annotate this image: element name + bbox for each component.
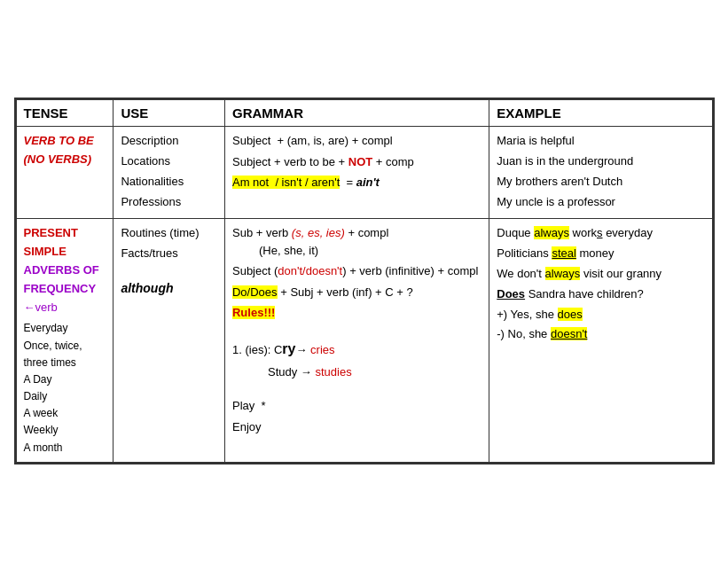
use-nationalities: Nationalities xyxy=(121,173,217,191)
freq-amonth: A month xyxy=(24,440,106,457)
table-row: VERB TO BE(NO VERBS) Description Locatio… xyxy=(16,127,712,219)
example-verb-to-be: Maria is helpful Juan is in the undergro… xyxy=(489,127,712,219)
freq-three: three times xyxy=(24,355,106,371)
example-yes: +) Yes, she does xyxy=(497,306,704,324)
verb-to-be-label: VERB TO BE(NO VERBS) xyxy=(24,134,94,166)
dodoes-highlight: Do/Does xyxy=(232,285,278,299)
grammar-present-simple: Sub + verb (s, es, ies) + compl (He, she… xyxy=(224,219,489,462)
not-label: NOT xyxy=(348,155,372,168)
adverbs-label: ADVERBS OFFREQUENCY xyxy=(24,261,106,299)
example-does-sandra: Does Sandra have children? xyxy=(497,285,704,304)
present-simple-label: PRESENTSIMPLE xyxy=(24,224,106,261)
grammar-ies-rule: 1. (ies): Cry→ cries xyxy=(232,339,481,360)
grammar-ps-1: Sub + verb (s, es, ies) + compl (He, she… xyxy=(232,224,481,259)
header-example: EXAMPLE xyxy=(489,100,712,127)
header-use: USE xyxy=(114,100,225,127)
steal-highlight: steal xyxy=(552,246,575,260)
example-politicians: Politicians steal money xyxy=(497,245,704,263)
freq-weekly: Weekly xyxy=(24,422,106,439)
grammar-verb-to-be: Subject + (am, is, are) + compl Subject … xyxy=(224,127,489,219)
use-although: although xyxy=(121,278,217,298)
grammar-rule-1: Subject + (am, is, are) + compl xyxy=(232,132,481,150)
tense-verb-to-be: VERB TO BE(NO VERBS) xyxy=(16,127,114,219)
freq-everyday: Everyday xyxy=(24,320,106,337)
example-duque: Duque always works everyday xyxy=(497,224,704,243)
arrow-verb-label: ←verb xyxy=(24,299,106,317)
freq-once: Once, twice, xyxy=(24,338,106,355)
grammar-play: Play * xyxy=(232,397,481,415)
does-yes-highlight: does xyxy=(558,308,583,321)
rules-label: Rules!!! xyxy=(232,306,275,319)
header-tense: TENSE xyxy=(16,100,114,127)
grammar-rule-2: Subject + verb to be + NOT + comp xyxy=(232,153,481,171)
example-juan: Juan is in the underground xyxy=(497,152,704,171)
header-grammar: GRAMMAR xyxy=(224,100,489,127)
use-description: Description xyxy=(121,132,217,151)
cry-big: ry xyxy=(282,341,295,356)
use-facts: Facts/trues xyxy=(121,245,217,263)
grammar-ps-2: Subject (don't/doesn't) + verb (infiniti… xyxy=(232,262,481,280)
example-maria: Maria is helpful xyxy=(497,132,704,151)
grammar-study-rule: Study → studies xyxy=(232,363,481,381)
example-present-simple: Duque always works everyday Politicians … xyxy=(489,219,712,462)
use-professions: Professions xyxy=(121,193,217,212)
doesnt-highlight: doesn't xyxy=(551,327,588,340)
tense-present-simple: PRESENTSIMPLE ADVERBS OFFREQUENCY ←verb … xyxy=(16,219,114,462)
use-present-simple: Routines (time) Facts/trues although xyxy=(114,219,225,462)
dontdoesnt: don't/doesn't xyxy=(278,264,342,277)
studies-label: studies xyxy=(315,365,351,379)
freq-aday: A Day xyxy=(24,371,106,388)
always-highlight-2: always xyxy=(545,267,581,280)
grammar-enjoy: Enjoy xyxy=(232,418,481,436)
main-table-wrapper: TENSE USE GRAMMAR EXAMPLE VERB TO BE(NO … xyxy=(14,98,715,464)
example-no: -) No, she doesn't xyxy=(497,325,704,344)
use-routines: Routines (time) xyxy=(121,224,217,243)
am-not-highlight: Am not / isn't / aren't xyxy=(232,176,340,189)
freq-daily: Daily xyxy=(24,388,106,405)
grammar-table: TENSE USE GRAMMAR EXAMPLE VERB TO BE(NO … xyxy=(16,99,713,463)
example-granny: We don't always visit our granny xyxy=(497,265,704,284)
does-underline: Does xyxy=(497,287,525,301)
freq-aweek: A week xyxy=(24,405,106,422)
use-locations: Locations xyxy=(121,152,217,171)
grammar-ps-3: Do/Does + Subj + verb (inf) + C + ? xyxy=(232,284,481,301)
grammar-rule-3: Am not / isn't / aren't = ain't xyxy=(232,174,481,191)
table-row: PRESENTSIMPLE ADVERBS OFFREQUENCY ←verb … xyxy=(16,219,712,462)
example-uncle: My uncle is a professor xyxy=(497,193,704,212)
grammar-rules: Rules!!! xyxy=(232,304,481,322)
hesheet: (He, she, it) xyxy=(232,244,318,257)
cries-label: cries xyxy=(310,343,334,356)
aint-label: ain't xyxy=(356,176,380,189)
works-underline: s xyxy=(597,226,603,239)
use-verb-to-be: Description Locations Nationalities Prof… xyxy=(114,127,225,219)
example-brothers: My brothers aren't Dutch xyxy=(497,173,704,191)
frequency-list: Everyday Once, twice, three times A Day … xyxy=(24,320,106,457)
seses: (s, es, ies) xyxy=(292,226,345,239)
always-highlight-1: always xyxy=(534,226,569,239)
